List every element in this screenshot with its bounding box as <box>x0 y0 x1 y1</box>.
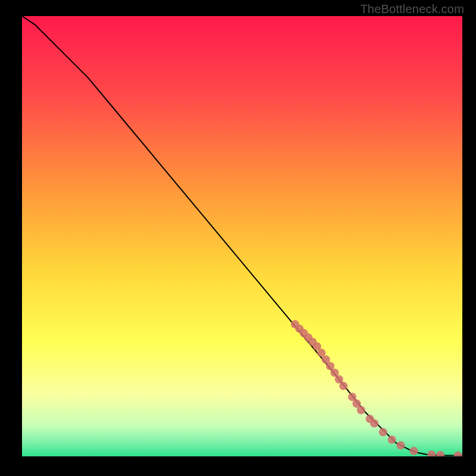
marker-point <box>388 436 396 444</box>
chart-frame: TheBottleneck.com <box>0 0 476 476</box>
marker-point <box>410 447 418 455</box>
marker-point <box>396 441 405 450</box>
marker-point <box>357 406 365 414</box>
gradient-background <box>22 16 462 456</box>
plot-area <box>22 16 462 456</box>
marker-point <box>370 419 378 428</box>
marker-point <box>379 428 387 436</box>
watermark-text: TheBottleneck.com <box>360 2 464 16</box>
marker-point <box>339 382 347 390</box>
